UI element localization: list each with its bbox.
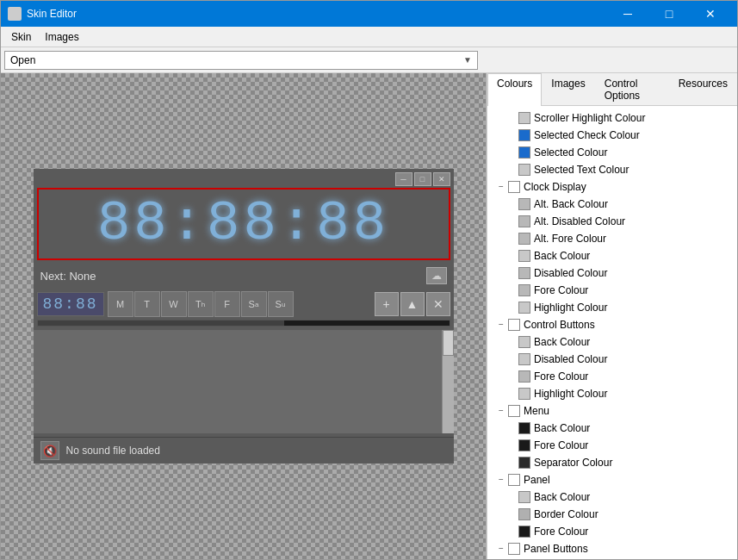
speaker-icon[interactable]: 🔇	[40, 441, 59, 460]
tree-leaf-label: Fore Colour	[534, 524, 588, 539]
title-bar: Skin Editor ─ □ ✕	[1, 1, 737, 27]
tree-item[interactable]: −Clock Display	[487, 178, 737, 196]
tab-resources[interactable]: Resources	[669, 73, 737, 105]
tree-item[interactable]: Fore Colour	[487, 282, 737, 299]
tree-checkbox[interactable]	[508, 319, 520, 331]
tree-checkbox[interactable]	[508, 405, 520, 417]
tree-expand-icon[interactable]: −	[494, 180, 508, 194]
playlist-area	[34, 330, 454, 433]
tree-checkbox[interactable]	[508, 474, 520, 486]
tree-item[interactable]: Scroller Highlight Colour	[487, 109, 737, 127]
tree-expand-icon[interactable]: −	[494, 542, 508, 556]
tree-item[interactable]: Border Colour	[487, 506, 737, 523]
tree-item[interactable]: Selected Check Colour	[487, 127, 737, 144]
tree-leaf-label: Selected Colour	[534, 145, 607, 160]
tree-item[interactable]: Separator Colour	[487, 454, 737, 471]
tab-bar: Colours Images Control Options Resources	[487, 73, 737, 106]
up-button[interactable]: ▲	[400, 292, 425, 316]
skin-preview: ─ □ ✕ 88:88:88 Next: None ☁	[34, 169, 454, 464]
clock-digits: 88:88:88	[97, 196, 389, 252]
skin-maximize-btn[interactable]: □	[414, 172, 431, 186]
tree-leaf-label: Highlight Colour	[534, 300, 607, 315]
cloud-button[interactable]: ☁	[426, 267, 447, 284]
tree-item[interactable]: Fore Colour	[487, 368, 737, 385]
color-swatch	[518, 267, 530, 279]
color-swatch	[518, 233, 530, 245]
delete-button[interactable]: ✕	[426, 292, 450, 316]
day-sun[interactable]: Su	[268, 291, 294, 317]
tree-leaf-label: Back Colour	[534, 489, 590, 505]
color-swatch	[518, 422, 530, 434]
tree-expand-icon[interactable]: −	[494, 404, 508, 418]
maximize-button[interactable]: □	[649, 1, 689, 27]
tree-leaf-label: Highlight Colour	[534, 386, 607, 401]
tab-images[interactable]: Images	[542, 73, 594, 105]
add-button[interactable]: +	[375, 292, 399, 316]
tree-item[interactable]: Highlight Colour	[487, 299, 737, 316]
open-combo[interactable]: Open ▼	[4, 51, 478, 70]
color-swatch	[518, 302, 530, 314]
color-swatch	[518, 353, 530, 365]
tree-item[interactable]: −Panel	[487, 471, 737, 488]
color-swatch	[518, 284, 530, 296]
tree-expand-icon[interactable]: −	[494, 318, 508, 332]
tree-checkbox[interactable]	[508, 181, 520, 193]
day-fri[interactable]: F	[214, 291, 240, 317]
tree-leaf-label: Alt. Back Colour	[534, 196, 608, 212]
tree-leaf-label: Scroller Highlight Colour	[534, 110, 645, 126]
day-mon[interactable]: M	[108, 291, 133, 317]
playlist-scrollbar[interactable]	[442, 330, 454, 433]
tree-item[interactable]: Alt. Back Colour	[487, 196, 737, 213]
tree-panel[interactable]: Scroller Highlight ColourSelected Check …	[487, 106, 737, 559]
tab-colours[interactable]: Colours	[487, 73, 542, 106]
tab-control-options[interactable]: Control Options	[595, 73, 669, 105]
day-tue[interactable]: T	[134, 291, 160, 317]
tree-item[interactable]: Back Colour	[487, 557, 737, 559]
tree-item[interactable]: Fore Colour	[487, 437, 737, 454]
tree-item[interactable]: −Menu	[487, 402, 737, 420]
tree-item[interactable]: Fore Colour	[487, 523, 737, 540]
tree-item[interactable]: Back Colour	[487, 247, 737, 264]
open-label: Open	[10, 54, 35, 66]
progress-bar[interactable]	[37, 320, 450, 327]
tree-item[interactable]: Alt. Fore Colour	[487, 230, 737, 247]
right-panel: Colours Images Control Options Resources…	[487, 73, 737, 559]
day-wed[interactable]: W	[161, 291, 187, 317]
close-button[interactable]: ✕	[691, 1, 730, 27]
tree-item[interactable]: Alt. Disabled Colour	[487, 213, 737, 230]
tree-leaf-label: Fore Colour	[534, 438, 588, 453]
tree-expand-icon[interactable]: −	[494, 473, 508, 487]
skin-minimize-btn[interactable]: ─	[395, 172, 412, 186]
tree-item[interactable]: Disabled Colour	[487, 351, 737, 368]
tree-item[interactable]: −Control Buttons	[487, 316, 737, 333]
combo-arrow: ▼	[463, 55, 472, 65]
tree-leaf-label: Selected Text Colour	[534, 162, 629, 177]
next-track-row: Next: None ☁	[34, 264, 454, 288]
tree-leaf-label: Separator Colour	[534, 455, 612, 470]
scrollbar-thumb[interactable]	[443, 330, 454, 356]
tree-item[interactable]: Selected Colour	[487, 144, 737, 161]
bottom-controls: 88:88 M T W Th F Sa Su +	[34, 288, 454, 330]
color-swatch	[518, 508, 530, 520]
menu-skin[interactable]: Skin	[4, 27, 38, 47]
menu-bar: Skin Images	[1, 27, 737, 47]
skin-close-btn[interactable]: ✕	[433, 172, 450, 186]
tree-item[interactable]: Disabled Colour	[487, 264, 737, 282]
tree-item[interactable]: Back Colour	[487, 488, 737, 506]
tree-checkbox[interactable]	[508, 543, 520, 555]
day-sat[interactable]: Sa	[241, 291, 267, 317]
tree-item[interactable]: −Panel Buttons	[487, 540, 737, 557]
tree-leaf-label: Alt. Fore Colour	[534, 231, 606, 246]
clock-display: 88:88:88	[37, 188, 450, 260]
day-thu[interactable]: Th	[188, 291, 214, 317]
tree-item[interactable]: Selected Text Colour	[487, 161, 737, 178]
tree-item[interactable]: Back Colour	[487, 333, 737, 351]
window-title: Skin Editor	[27, 8, 608, 20]
tree-item[interactable]: Back Colour	[487, 420, 737, 437]
tree-item[interactable]: Highlight Colour	[487, 385, 737, 402]
menu-images[interactable]: Images	[38, 27, 85, 47]
tree-leaf-label: Border Colour	[534, 507, 598, 522]
preview-area: ─ □ ✕ 88:88:88 Next: None ☁	[1, 73, 486, 559]
toolbar: Open ▼	[1, 47, 737, 73]
minimize-button[interactable]: ─	[608, 1, 648, 27]
